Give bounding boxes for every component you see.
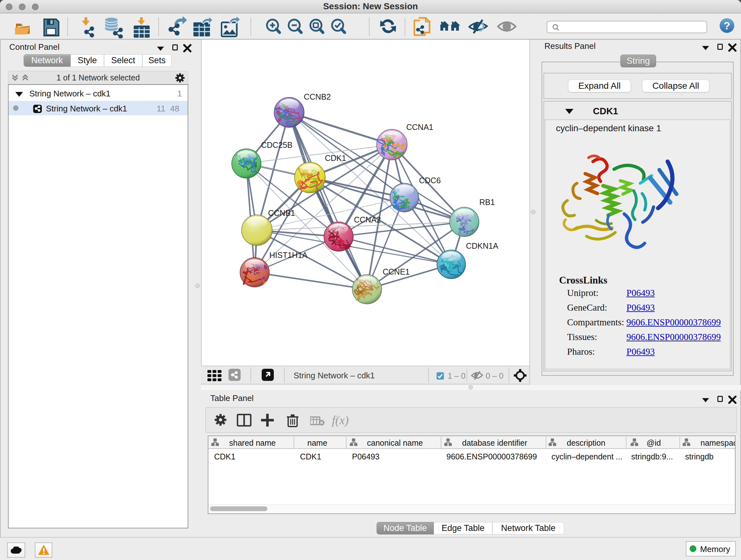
svg-text:HIST1H1A: HIST1H1A [269, 251, 308, 260]
svg-text:RB1: RB1 [479, 198, 495, 206]
svg-text:CDC6: CDC6 [419, 176, 441, 185]
svg-text:CCNA1: CCNA1 [406, 123, 433, 132]
svg-text:CDK1: CDK1 [325, 153, 346, 163]
svg-text:CCNE1: CCNE1 [383, 267, 410, 276]
svg-text:CCNB2: CCNB2 [304, 92, 331, 101]
svg-text:CDC25B: CDC25B [261, 140, 293, 149]
svg-text:CCNB1: CCNB1 [268, 208, 295, 217]
svg-text:CDKN1A: CDKN1A [466, 241, 498, 250]
svg-text:CCNA2: CCNA2 [354, 215, 381, 224]
